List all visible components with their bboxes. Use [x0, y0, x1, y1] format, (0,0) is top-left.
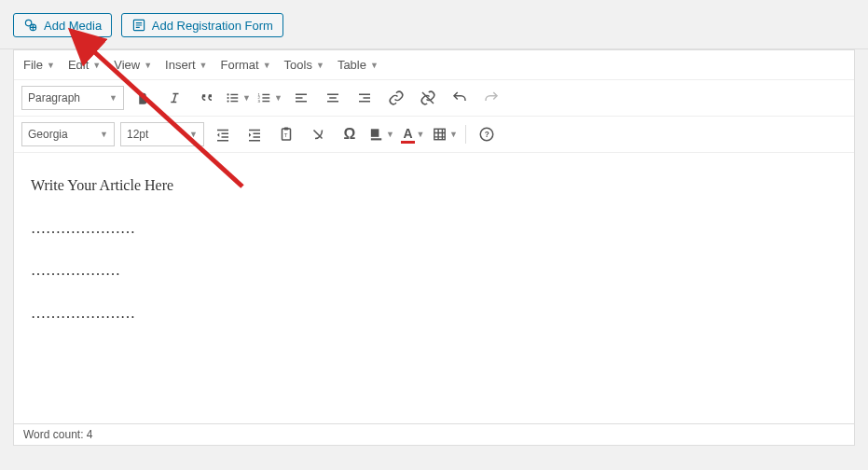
content-line: Write Your Article Here [31, 173, 837, 198]
caret-down-icon: ▼ [144, 61, 152, 70]
svg-rect-24 [217, 130, 228, 131]
editor-content[interactable]: Write Your Article Here ………………… ……………… …… [14, 153, 854, 423]
font-family-select[interactable]: Georgia ▼ [21, 122, 115, 146]
svg-rect-37 [434, 129, 445, 139]
svg-rect-6 [230, 94, 238, 95]
caret-down-icon: ▼ [189, 130, 198, 139]
menu-view[interactable]: View▼ [114, 58, 152, 72]
svg-point-4 [227, 97, 228, 99]
svg-point-5 [227, 100, 228, 102]
svg-rect-16 [296, 97, 303, 99]
svg-rect-18 [327, 94, 338, 96]
caret-down-icon: ▼ [274, 93, 282, 103]
svg-rect-17 [296, 101, 307, 103]
caret-down-icon: ▼ [370, 61, 379, 70]
status-bar: Word count: 4 [13, 424, 855, 446]
add-media-label: Add Media [44, 19, 102, 33]
top-action-bar: Add Media Add Registration Form [0, 0, 868, 49]
svg-rect-8 [230, 101, 238, 102]
form-icon [131, 18, 146, 33]
caret-down-icon: ▼ [417, 130, 425, 139]
media-icon [23, 18, 38, 33]
link-button[interactable] [383, 86, 409, 110]
svg-rect-35 [371, 129, 379, 137]
caret-down-icon: ▼ [242, 93, 251, 103]
svg-text:?: ? [485, 131, 489, 139]
caret-down-icon: ▼ [109, 93, 117, 103]
toolbar-separator [465, 125, 466, 144]
caret-down-icon: ▼ [200, 61, 208, 70]
content-line: ………………… [31, 216, 837, 241]
svg-text:3: 3 [257, 99, 260, 104]
paste-text-button[interactable]: T [273, 122, 299, 146]
background-color-button[interactable]: ▼ [368, 122, 394, 146]
svg-rect-20 [327, 101, 338, 103]
content-line: ……………… [31, 258, 837, 283]
svg-rect-33 [284, 128, 289, 131]
svg-rect-28 [249, 130, 260, 131]
svg-rect-31 [249, 140, 260, 142]
svg-rect-26 [222, 136, 229, 138]
editor-menubar: File▼ Edit▼ View▼ Insert▼ Format▼ Tools▼… [14, 50, 854, 80]
unlink-button[interactable] [415, 86, 441, 110]
svg-rect-25 [222, 133, 229, 135]
svg-rect-30 [254, 136, 261, 138]
svg-rect-27 [217, 140, 228, 142]
align-left-button[interactable] [288, 86, 314, 110]
numbered-list-button[interactable]: 123▼ [256, 86, 282, 110]
menu-edit[interactable]: Edit▼ [68, 58, 101, 72]
svg-rect-14 [262, 101, 269, 102]
word-count-value: 4 [87, 428, 93, 441]
clear-format-button[interactable] [305, 122, 331, 146]
menu-format[interactable]: Format▼ [221, 58, 271, 72]
toolbar-row-1: Paragraph ▼ ▼ 123▼ [14, 80, 854, 117]
caret-down-icon: ▼ [449, 130, 458, 139]
word-count-label: Word count: [23, 428, 83, 441]
undo-button[interactable] [447, 86, 473, 110]
special-char-button[interactable]: Ω [337, 122, 363, 146]
caret-down-icon: ▼ [100, 130, 108, 139]
svg-text:T: T [284, 132, 288, 138]
caret-down-icon: ▼ [386, 130, 394, 139]
outdent-button[interactable] [210, 122, 236, 146]
menu-tools[interactable]: Tools▼ [284, 58, 324, 72]
format-select[interactable]: Paragraph ▼ [21, 86, 124, 110]
help-button[interactable]: ? [474, 122, 500, 146]
italic-button[interactable] [161, 86, 187, 110]
caret-down-icon: ▼ [263, 61, 271, 70]
blockquote-button[interactable] [193, 86, 219, 110]
svg-rect-13 [262, 97, 269, 98]
indent-button[interactable] [241, 122, 268, 146]
align-right-button[interactable] [351, 86, 378, 110]
svg-rect-23 [359, 101, 370, 103]
editor-container: File▼ Edit▼ View▼ Insert▼ Format▼ Tools▼… [13, 49, 855, 424]
menu-insert[interactable]: Insert▼ [165, 58, 207, 72]
caret-down-icon: ▼ [47, 61, 55, 70]
svg-rect-22 [364, 97, 371, 99]
text-color-button[interactable]: A▼ [400, 122, 426, 146]
svg-rect-15 [296, 94, 307, 96]
bold-button[interactable] [130, 86, 156, 110]
table-button[interactable]: ▼ [432, 122, 458, 146]
add-registration-button[interactable]: Add Registration Form [121, 13, 283, 37]
svg-rect-19 [329, 97, 337, 99]
svg-rect-7 [230, 97, 238, 98]
bullet-list-button[interactable]: ▼ [225, 86, 251, 110]
svg-rect-29 [254, 133, 261, 135]
svg-rect-36 [371, 138, 381, 140]
caret-down-icon: ▼ [92, 61, 101, 70]
svg-rect-21 [359, 94, 370, 96]
add-registration-label: Add Registration Form [152, 19, 273, 33]
content-line: ………………… [31, 301, 837, 325]
menu-file[interactable]: File▼ [23, 58, 55, 72]
redo-button[interactable] [478, 86, 504, 110]
font-size-select[interactable]: 12pt ▼ [120, 122, 204, 146]
align-center-button[interactable] [320, 86, 346, 110]
toolbar-row-2: Georgia ▼ 12pt ▼ T Ω ▼ A▼ ▼ ? [14, 117, 854, 153]
add-media-button[interactable]: Add Media [13, 13, 112, 37]
menu-table[interactable]: Table▼ [338, 58, 379, 72]
svg-point-3 [227, 93, 228, 95]
caret-down-icon: ▼ [316, 61, 324, 70]
svg-rect-12 [262, 94, 269, 95]
